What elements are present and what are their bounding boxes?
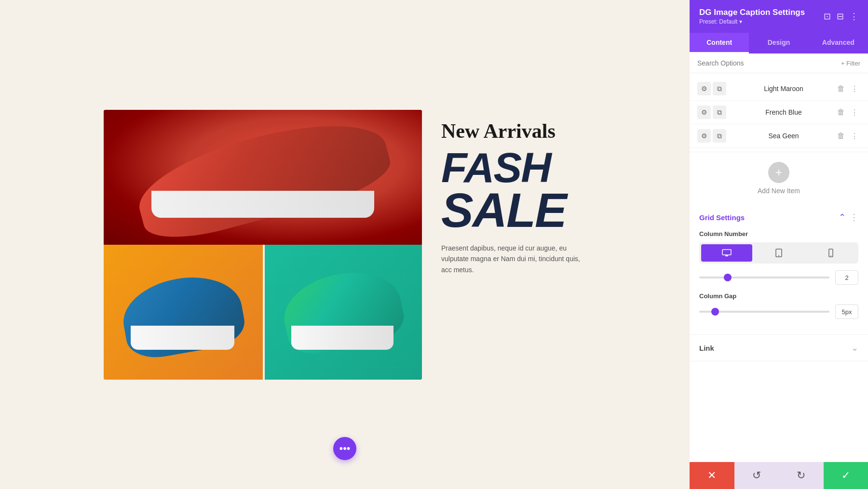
preset-more-btn-2[interactable]: ⋮ <box>849 107 860 118</box>
preset-copy-icon-1[interactable]: ⧉ <box>713 82 726 95</box>
preset-item-icons-1: ⚙ ⧉ <box>697 82 726 95</box>
link-header: Link ⌄ <box>699 343 858 353</box>
preset-label-1: Light Maroon <box>732 85 835 93</box>
body-text: Praesent dapibus, neque id cur augue, eu… <box>441 243 586 275</box>
panel-search-bar: + Filter <box>690 53 868 73</box>
preset-actions-1: 🗑 ⋮ <box>835 83 860 94</box>
preset-item-sea-geen: ⚙ ⧉ Sea Geen 🗑 ⋮ <box>690 124 868 148</box>
grid-settings-controls: ⌃ ⋮ <box>839 212 858 223</box>
panel-header-icons: ⊡ ⊟ ⋮ <box>824 11 858 22</box>
canvas-area: New Arrivals FASH SALE Praesent dapibus,… <box>0 0 690 489</box>
preset-item-icons-3: ⚙ ⧉ <box>697 129 726 143</box>
preset-item-icons-2: ⚙ ⧉ <box>697 106 726 119</box>
preset-delete-btn-2[interactable]: 🗑 <box>835 107 847 118</box>
filter-button[interactable]: + Filter <box>841 60 860 67</box>
grid-more-icon[interactable]: ⋮ <box>850 212 858 223</box>
link-expand-icon[interactable]: ⌄ <box>851 343 858 353</box>
column-icons <box>699 242 858 264</box>
grid-settings-title: Grid Settings <box>699 213 745 222</box>
preset-label-2: French Blue <box>732 108 835 116</box>
blue-shoe-visual <box>104 245 263 380</box>
preset-copy-icon-2[interactable]: ⧉ <box>713 106 726 119</box>
red-shoe-visual <box>104 110 422 245</box>
grid-collapse-icon[interactable]: ⌃ <box>839 212 846 223</box>
preset-copy-icon-3[interactable]: ⧉ <box>713 129 726 143</box>
panel-header: DG Image Caption Settings Preset: Defaul… <box>690 0 868 33</box>
preset-label-3: Sea Geen <box>732 132 835 140</box>
add-new-item-area[interactable]: + Add New Item <box>690 152 868 204</box>
layout-icon[interactable]: ⊟ <box>837 11 844 22</box>
floating-action-button[interactable]: ••• <box>333 437 356 460</box>
save-button[interactable]: ✓ <box>824 462 868 489</box>
tab-content[interactable]: Content <box>690 33 749 53</box>
tab-advanced[interactable]: Advanced <box>809 33 868 53</box>
col-tablet-icon[interactable] <box>753 244 804 262</box>
canvas-content: New Arrivals FASH SALE Praesent dapibus,… <box>104 110 586 380</box>
panel-title: DG Image Caption Settings <box>699 8 805 17</box>
sale-text: SALE <box>441 187 586 233</box>
image-top-red-shoe <box>104 110 422 245</box>
preset-gear-icon-1[interactable]: ⚙ <box>697 82 711 95</box>
add-circle-icon: + <box>768 162 789 183</box>
col-desktop-icon[interactable] <box>701 244 752 262</box>
fashion-text: FASH <box>441 147 586 188</box>
preset-item-light-maroon: ⚙ ⧉ Light Maroon 🗑 ⋮ <box>690 77 868 101</box>
preset-more-btn-1[interactable]: ⋮ <box>849 83 860 94</box>
column-gap-range[interactable] <box>699 311 829 313</box>
preset-items-list: ⚙ ⧉ Light Maroon 🗑 ⋮ ⚙ ⧉ French Blue 🗑 ⋮… <box>690 73 868 152</box>
svg-rect-1 <box>725 255 728 256</box>
col-mobile-icon[interactable] <box>805 244 856 262</box>
column-gap-label: Column Gap <box>699 292 858 300</box>
svg-point-5 <box>830 255 831 256</box>
link-label: Link <box>699 344 714 352</box>
dots-icon: ••• <box>339 443 350 454</box>
column-number-slider[interactable] <box>699 273 829 282</box>
preset-actions-2: 🗑 ⋮ <box>835 107 860 118</box>
column-number-label: Column Number <box>699 230 858 238</box>
preset-delete-btn-1[interactable]: 🗑 <box>835 83 847 94</box>
text-content: New Arrivals FASH SALE Praesent dapibus,… <box>441 110 586 276</box>
panel-header-text: DG Image Caption Settings Preset: Defaul… <box>699 8 805 25</box>
capture-icon[interactable]: ⊡ <box>824 11 831 22</box>
preset-actions-3: 🗑 ⋮ <box>835 131 860 142</box>
column-number-value: 2 <box>835 270 858 285</box>
redo-button[interactable]: ↻ <box>779 462 824 489</box>
more-icon[interactable]: ⋮ <box>850 11 858 22</box>
new-arrivals-heading: New Arrivals <box>441 119 586 143</box>
tab-design[interactable]: Design <box>749 33 808 53</box>
svg-rect-0 <box>722 250 731 255</box>
column-gap-value: 5px <box>835 304 858 319</box>
column-gap-slider-row: 5px <box>699 304 858 319</box>
image-bottom-row <box>104 245 422 380</box>
undo-button[interactable]: ↺ <box>734 462 779 489</box>
panel-subtitle: Preset: Default ▾ <box>699 18 805 25</box>
column-number-range[interactable] <box>699 277 829 278</box>
preset-item-french-blue: ⚙ ⧉ French Blue 🗑 ⋮ <box>690 101 868 124</box>
add-new-item-label: Add New Item <box>758 187 800 195</box>
panel-tabs: Content Design Advanced <box>690 33 868 53</box>
bottom-toolbar: ✕ ↺ ↻ ✓ <box>690 462 868 489</box>
column-gap-slider[interactable] <box>699 307 829 317</box>
grid-settings-section: Grid Settings ⌃ ⋮ Column Number 2 <box>690 204 868 335</box>
column-number-slider-row: 2 <box>699 270 858 285</box>
image-teal-shoe <box>263 245 422 380</box>
preset-more-btn-3[interactable]: ⋮ <box>849 131 860 142</box>
grid-settings-header: Grid Settings ⌃ ⋮ <box>699 212 858 223</box>
preset-delete-btn-3[interactable]: 🗑 <box>835 131 847 141</box>
image-grid <box>104 110 422 380</box>
search-input[interactable] <box>697 59 837 67</box>
settings-panel: DG Image Caption Settings Preset: Defaul… <box>690 0 868 489</box>
cancel-button[interactable]: ✕ <box>690 462 734 489</box>
preset-gear-icon-3[interactable]: ⚙ <box>697 129 711 143</box>
preset-gear-icon-2[interactable]: ⚙ <box>697 106 711 119</box>
svg-point-3 <box>778 255 779 256</box>
image-blue-shoe <box>104 245 263 380</box>
link-section: Link ⌄ <box>690 335 868 361</box>
teal-shoe-visual <box>265 245 422 380</box>
